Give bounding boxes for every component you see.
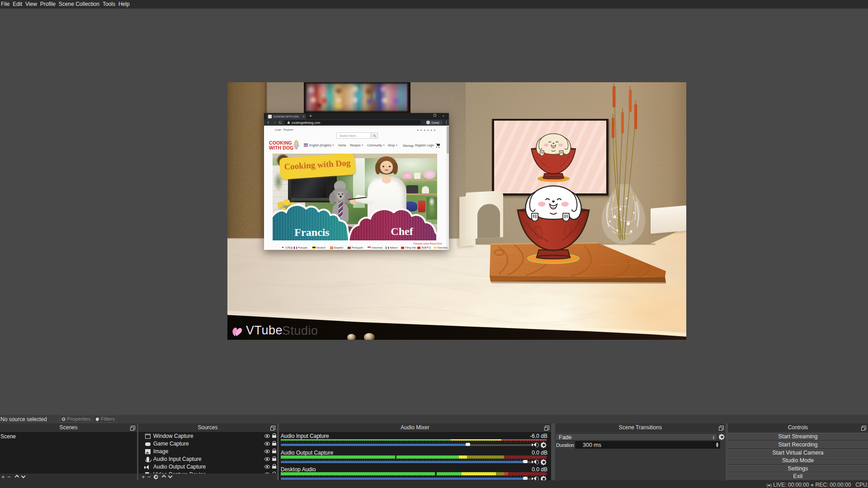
svg-text:Chef: Chef [391, 225, 413, 237]
svg-text:Francis: Francis [294, 226, 329, 238]
